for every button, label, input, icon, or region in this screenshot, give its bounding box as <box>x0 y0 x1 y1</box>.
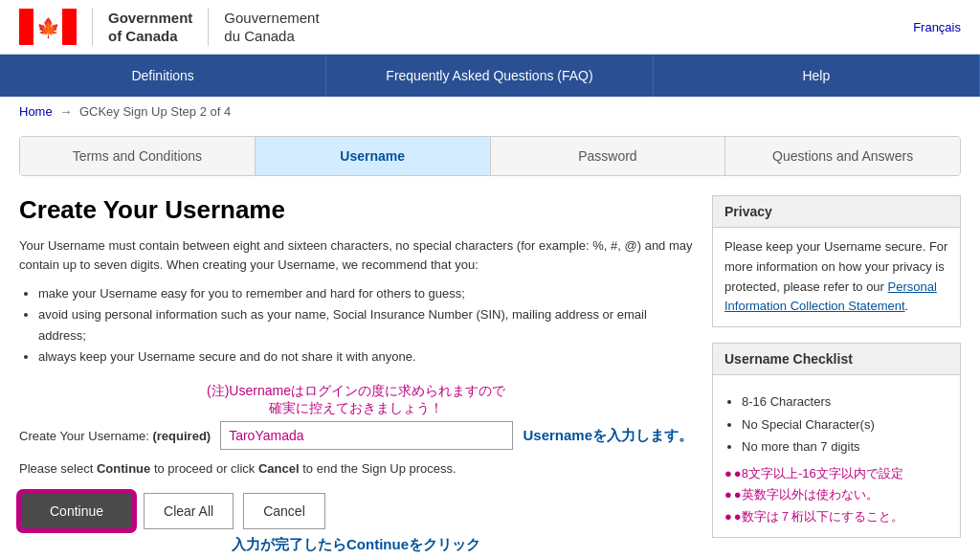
breadcrumb-current: GCKey Sign Up Step 2 of 4 <box>79 104 231 119</box>
gov-name-en-line1: Government <box>108 9 192 28</box>
tab-username[interactable]: Username <box>256 137 491 175</box>
checklist-box: Username Checklist 8-16 Characters No Sp… <box>712 343 961 537</box>
checklist-item-0: 8-16 Characters <box>742 391 948 413</box>
proceed-before: Please select <box>19 461 97 476</box>
government-name: Government of Canada <box>108 9 192 46</box>
ja-checklist-item-1: ●英数字以外は使わない。 <box>724 484 948 505</box>
privacy-box-header: Privacy <box>713 196 960 228</box>
nav-faq[interactable]: Frequently Asked Questions (FAQ) <box>326 55 653 97</box>
ja-annotation-line1: (注)Usernameはログインの度に求められますので <box>19 383 693 400</box>
header: 🍁 Government of Canada Gouvernement du C… <box>0 0 980 55</box>
content-left: Create Your Username Your Username must … <box>19 195 693 558</box>
requirement-1: make your Username easy for you to remem… <box>38 283 693 304</box>
cancel-button[interactable]: Cancel <box>243 493 325 529</box>
breadcrumb: Home → GCKey Sign Up Step 2 of 4 <box>0 97 980 126</box>
breadcrumb-arrow: → <box>59 104 76 119</box>
username-input[interactable] <box>220 421 513 450</box>
button-row: Continue Clear All Cancel <box>19 492 693 530</box>
tab-password[interactable]: Password <box>491 137 726 175</box>
checklist-box-header: Username Checklist <box>713 344 960 375</box>
progress-tabs: Terms and Conditions Username Password Q… <box>19 136 961 176</box>
form-required: (required) <box>152 429 211 443</box>
requirements-list: make your Username easy for you to remem… <box>38 283 693 368</box>
tab-terms[interactable]: Terms and Conditions <box>20 137 256 175</box>
main-container: Create Your Username Your Username must … <box>0 186 980 558</box>
gov-name-fr-line2: du Canada <box>224 27 319 46</box>
content-right: Privacy Please keep your Username secure… <box>712 195 961 558</box>
privacy-body-end: . <box>905 299 909 313</box>
checklist-list: 8-16 Characters No Special Character(s) … <box>742 391 948 458</box>
username-form-row: Create Your Username: (required) Usernam… <box>19 421 693 450</box>
checklist-item-1: No Special Character(s) <box>742 413 948 435</box>
language-toggle[interactable]: Français <box>913 20 961 34</box>
government-name-fr: Gouvernement du Canada <box>224 9 319 46</box>
continue-button[interactable]: Continue <box>19 492 134 530</box>
svg-rect-0 <box>19 9 33 45</box>
tab-questions[interactable]: Questions and Answers <box>725 137 960 175</box>
intro-text: Your Username must contain between eight… <box>19 236 693 274</box>
privacy-box-body: Please keep your Username secure. For mo… <box>713 228 960 326</box>
ja-annotation-bottom: 入力が完了したらContinueをクリック <box>19 536 693 554</box>
svg-rect-1 <box>62 9 77 45</box>
ja-annotation-top: (注)Usernameはログインの度に求められますので 確実に控えておきましょう… <box>19 383 693 417</box>
nav-definitions[interactable]: Definitions <box>0 55 326 97</box>
requirement-2: avoid using personal information such as… <box>38 304 693 346</box>
form-label: Create Your Username: (required) <box>19 429 211 443</box>
francais-link[interactable]: Français <box>913 20 961 34</box>
ja-checklist-item-0: ●8文字以上-16文字以内で設定 <box>724 463 948 484</box>
canada-flag: 🍁 <box>19 8 77 46</box>
clear-button[interactable]: Clear All <box>144 493 234 529</box>
ja-checklist: ●8文字以上-16文字以内で設定 ●英数字以外は使わない。 ●数字は７桁以下にす… <box>724 463 948 526</box>
proceed-cancel-text: Cancel <box>258 461 300 476</box>
checklist-box-body: 8-16 Characters No Special Character(s) … <box>713 375 960 536</box>
proceed-middle: to proceed or click <box>150 461 258 476</box>
page-title: Create Your Username <box>19 195 693 225</box>
form-label-text: Create Your Username: <box>19 429 149 443</box>
gov-name-fr-line1: Gouvernement <box>224 9 319 28</box>
requirement-3: always keep your Username secure and do … <box>38 346 693 368</box>
gov-name-en-line2: of Canada <box>108 27 192 46</box>
input-hint: Usernameを入力します。 <box>523 427 693 445</box>
breadcrumb-home[interactable]: Home <box>19 104 53 119</box>
name-divider <box>208 8 209 46</box>
nav-help[interactable]: Help <box>654 55 980 97</box>
proceed-continue-text: Continue <box>97 461 150 476</box>
flag-divider <box>92 8 93 46</box>
proceed-text: Please select Continue to proceed or cli… <box>19 459 693 479</box>
privacy-box: Privacy Please keep your Username secure… <box>712 195 961 327</box>
navbar: Definitions Frequently Asked Questions (… <box>0 55 980 97</box>
ja-annotation-line2: 確実に控えておきましょう！ <box>19 400 693 417</box>
proceed-after: to end the Sign Up process. <box>300 461 457 476</box>
svg-text:🍁: 🍁 <box>36 16 60 39</box>
ja-checklist-item-2: ●数字は７桁以下にすること。 <box>724 506 948 527</box>
header-left: 🍁 Government of Canada Gouvernement du C… <box>19 8 320 46</box>
checklist-item-2: No more than 7 digits <box>742 435 948 458</box>
